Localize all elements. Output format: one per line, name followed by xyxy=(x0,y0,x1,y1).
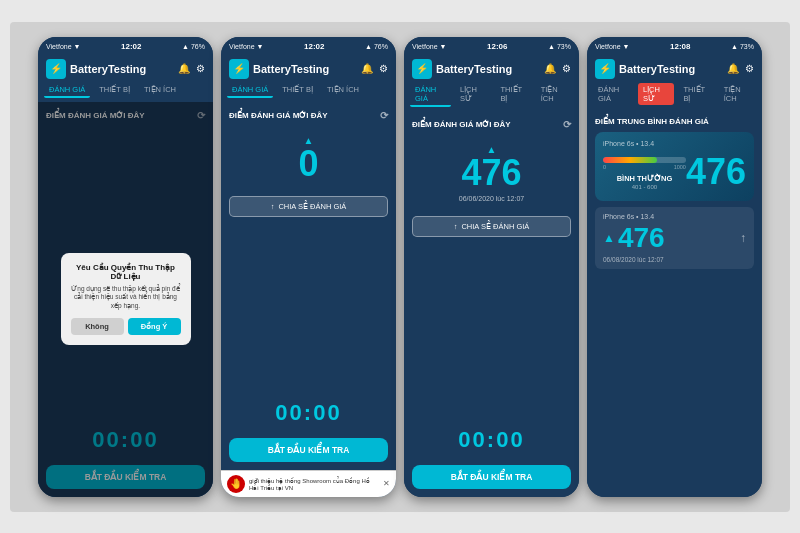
start-btn-2[interactable]: BẮT ĐẦU KIỂM TRA xyxy=(229,438,388,462)
progress-labels: 0 1000 xyxy=(603,164,686,170)
avg-score: 476 xyxy=(686,151,746,193)
phone-3: Vietfone ▼ 12:06 ▲ 73% ⚡ BatteryTesting … xyxy=(404,37,579,497)
progress-bar-container: 0 1000 xyxy=(603,157,686,170)
share-btn-3[interactable]: ↑ CHIA SẺ ĐÁNH GIÁ xyxy=(412,216,571,237)
status-bar-3: Vietfone ▼ 12:06 ▲ 73% xyxy=(404,37,579,55)
phone-1: Vietfone ▼ 12:02 ▲ 76% ⚡ BatteryTesting … xyxy=(38,37,213,497)
ad-close-2[interactable]: ✕ xyxy=(383,479,390,488)
app-content-1: ĐIỂM ĐÁNH GIÁ MỚI ĐÂY ⟳ Yêu Cầu Quyền Th… xyxy=(38,102,213,497)
tab-thiet-bi-1[interactable]: THIẾT BỊ xyxy=(94,83,135,98)
status-bar-2: Vietfone ▼ 12:02 ▲ 76% xyxy=(221,37,396,55)
dialog-buttons: Không Đồng Ý xyxy=(71,318,181,335)
tab-lich-su-4[interactable]: LỊCH SỬ xyxy=(638,83,675,105)
app-title-3: BatteryTesting xyxy=(436,63,512,75)
history-share-icon[interactable]: ↑ xyxy=(740,231,746,245)
header-icons-3: 🔔 ⚙ xyxy=(544,63,571,74)
history-score: ▲ 476 xyxy=(603,222,665,254)
history-device: iPhone 6s • 13.4 xyxy=(603,213,746,220)
timer-2: 00:00 xyxy=(229,400,388,426)
share-icon-3: ↑ xyxy=(454,222,458,231)
nav-tabs-1: ĐÁNH GIÁ THIẾT BỊ TIỆN ÍCH xyxy=(38,83,213,102)
carrier-1: Vietfone ▼ xyxy=(46,43,80,50)
time-3: 12:06 xyxy=(487,42,507,51)
nav-tabs-2: ĐÁNH GIÁ THIẾT BỊ TIỆN ÍCH xyxy=(221,83,396,102)
phone-2: Vietfone ▼ 12:02 ▲ 76% ⚡ BatteryTesting … xyxy=(221,37,396,497)
section-title-4: ĐIỂM TRUNG BÌNH ĐÁNH GIÁ xyxy=(595,117,754,126)
score-area-2: ▲ 0 xyxy=(229,135,388,182)
app-title-1: BatteryTesting xyxy=(70,63,146,75)
normal-label: BÌNH THƯỜNG xyxy=(603,174,686,183)
app-content-3: ĐIỂM ĐÁNH GIÁ MỚI ĐÂY ⟳ ▲ 476 06/06/2020… xyxy=(404,111,579,497)
refresh-icon-2: ⟳ xyxy=(380,110,388,121)
tab-tien-ich-4[interactable]: TIỆN ÍCH xyxy=(719,83,756,105)
history-date: 06/08/2020 lúc 12:07 xyxy=(603,256,746,263)
app-content-4: ĐIỂM TRUNG BÌNH ĐÁNH GIÁ iPhone 6s • 13.… xyxy=(587,109,762,497)
normal-range: 401 - 600 xyxy=(603,184,686,190)
tab-danh-gia-4[interactable]: ĐÁNH GIÁ xyxy=(593,83,634,105)
score-value-3: 476 xyxy=(461,155,521,191)
tab-danh-gia-2[interactable]: ĐÁNH GIÁ xyxy=(227,83,273,98)
battery-1: ▲ 76% xyxy=(182,43,205,50)
time-1: 12:02 xyxy=(121,42,141,51)
share-btn-2[interactable]: ↑ CHIA SẺ ĐÁNH GIÁ xyxy=(229,196,388,217)
progress-bar-bg xyxy=(603,157,686,163)
nav-tabs-3: ĐÁNH GIÁ LỊCH SỬ THIẾT BỊ TIỆN ÍCH xyxy=(404,83,579,111)
timer-3: 00:00 xyxy=(412,427,571,453)
tab-tien-ich-2[interactable]: TIỆN ÍCH xyxy=(322,83,364,98)
ad-icon-2: 🤚 xyxy=(227,475,245,493)
score-date-3: 06/06/2020 lúc 12:07 xyxy=(459,195,524,202)
permission-dialog: Yêu Cầu Quyền Thu Thập Dữ Liệu Ứng dụng … xyxy=(61,253,191,345)
header-icons-1: 🔔 ⚙ xyxy=(178,63,205,74)
app-title-2: BatteryTesting xyxy=(253,63,329,75)
header-icons-4: 🔔 ⚙ xyxy=(727,63,754,74)
history-arrow: ▲ xyxy=(603,231,615,245)
time-2: 12:02 xyxy=(304,42,324,51)
section-title-3: ĐIỂM ĐÁNH GIÁ MỚI ĐÂY ⟳ xyxy=(412,119,571,130)
status-bar-4: Vietfone ▼ 12:08 ▲ 73% xyxy=(587,37,762,55)
average-section: iPhone 6s • 13.4 0 1000 BÌNH THƯỜ xyxy=(595,132,754,201)
tab-tien-ich-3[interactable]: TIỆN ÍCH xyxy=(536,83,573,107)
app-header-2: ⚡ BatteryTesting 🔔 ⚙ xyxy=(221,55,396,83)
history-entry: iPhone 6s • 13.4 ▲ 476 ↑ 06/08/2020 lúc … xyxy=(595,207,754,269)
app-title-4: BatteryTesting xyxy=(619,63,695,75)
dialog-confirm-btn[interactable]: Đồng Ý xyxy=(128,318,181,335)
main-container: Vietfone ▼ 12:02 ▲ 76% ⚡ BatteryTesting … xyxy=(10,22,790,512)
tab-tien-ich-1[interactable]: TIỆN ÍCH xyxy=(139,83,181,98)
battery-3: ▲ 73% xyxy=(548,43,571,50)
bell-icon-1: 🔔 xyxy=(178,63,190,74)
gear-icon-4: ⚙ xyxy=(745,63,754,74)
tab-danh-gia-3[interactable]: ĐÁNH GIÁ xyxy=(410,83,451,107)
share-icon-2: ↑ xyxy=(271,202,275,211)
bell-icon-2: 🔔 xyxy=(361,63,373,74)
avg-score-row: 0 1000 BÌNH THƯỜNG 401 - 600 476 xyxy=(603,151,746,193)
start-btn-3[interactable]: BẮT ĐẦU KIỂM TRA xyxy=(412,465,571,489)
avg-device: iPhone 6s • 13.4 xyxy=(603,140,746,147)
dialog-title: Yêu Cầu Quyền Thu Thập Dữ Liệu xyxy=(71,263,181,281)
score-value-2: 0 xyxy=(298,146,318,182)
battery-2: ▲ 76% xyxy=(365,43,388,50)
ad-banner-2: 🤚 giới thiệu hệ thống Showroom của Đồng … xyxy=(221,470,396,497)
refresh-icon-3: ⟳ xyxy=(563,119,571,130)
status-bar-1: Vietfone ▼ 12:02 ▲ 76% xyxy=(38,37,213,55)
tab-thiet-bi-3[interactable]: THIẾT BỊ xyxy=(495,83,531,107)
nav-tabs-4: ĐÁNH GIÁ LỊCH SỬ THIẾT BỊ TIỆN ÍCH xyxy=(587,83,762,109)
bell-icon-4: 🔔 xyxy=(727,63,739,74)
header-icons-2: 🔔 ⚙ xyxy=(361,63,388,74)
history-score-row: ▲ 476 ↑ xyxy=(603,222,746,254)
tab-danh-gia-1[interactable]: ĐÁNH GIÁ xyxy=(44,83,90,98)
tab-lich-su-3[interactable]: LỊCH SỬ xyxy=(455,83,492,107)
dialog-overlay-1: Yêu Cầu Quyền Thu Thập Dữ Liệu Ứng dụng … xyxy=(38,102,213,497)
tab-thiet-bi-2[interactable]: THIẾT BỊ xyxy=(277,83,318,98)
section-title-2: ĐIỂM ĐÁNH GIÁ MỚI ĐÂY ⟳ xyxy=(229,110,388,121)
app-content-2: ĐIỂM ĐÁNH GIÁ MỚI ĐÂY ⟳ ▲ 0 ↑ CHIA SẺ ĐÁ… xyxy=(221,102,396,470)
app-header-4: ⚡ BatteryTesting 🔔 ⚙ xyxy=(587,55,762,83)
dialog-cancel-btn[interactable]: Không xyxy=(71,318,124,335)
time-4: 12:08 xyxy=(670,42,690,51)
bell-icon-3: 🔔 xyxy=(544,63,556,74)
gear-icon-2: ⚙ xyxy=(379,63,388,74)
progress-bar-fill xyxy=(603,157,657,163)
carrier-4: Vietfone ▼ xyxy=(595,43,629,50)
score-area-3: ▲ 476 06/06/2020 lúc 12:07 xyxy=(412,144,571,202)
tab-thiet-bi-4[interactable]: THIẾT BỊ xyxy=(678,83,714,105)
carrier-3: Vietfone ▼ xyxy=(412,43,446,50)
